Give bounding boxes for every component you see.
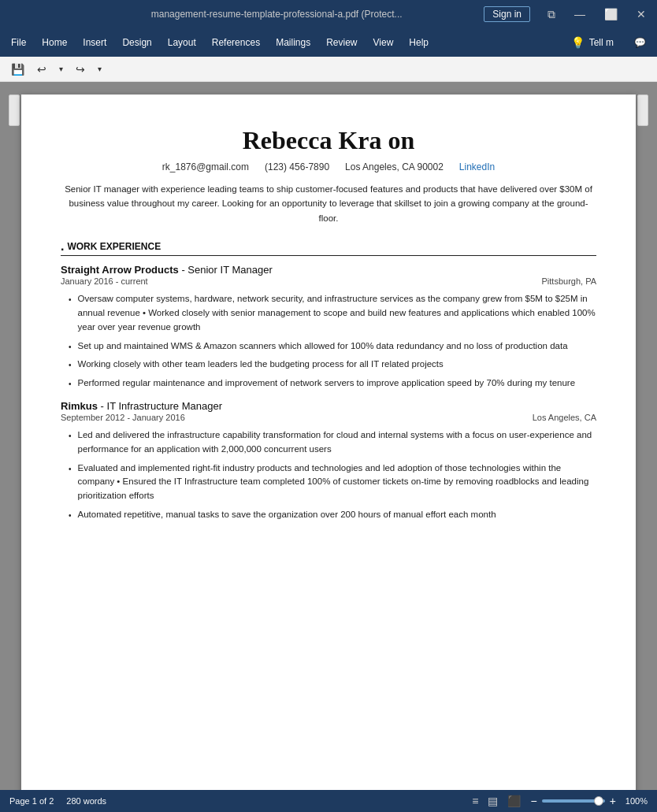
menu-references[interactable]: References [204, 34, 268, 51]
job-1-company: Straight Arrow Products [61, 264, 179, 276]
linkedin-link[interactable]: LinkedIn [459, 161, 495, 172]
bullet-dot: • [69, 378, 72, 391]
job-1-role: Senior IT Manager [187, 264, 272, 276]
zoom-control[interactable]: − + [530, 795, 615, 807]
read-mode-icon[interactable]: ≡ [472, 795, 478, 807]
job-2-location: Los Angeles, CA [533, 413, 596, 422]
menu-review[interactable]: Review [318, 34, 365, 51]
bullet-item: • Oversaw computer systems, hardware, ne… [69, 292, 596, 334]
job-1-dates: January 2016 - current [61, 276, 148, 286]
contact-email: rk_1876@gmail.com [162, 161, 249, 172]
menu-design[interactable]: Design [114, 34, 159, 51]
bullet-dot: • [69, 430, 72, 457]
title-bar: management-resume-template-professional-… [0, 0, 657, 28]
section-work-experience: . WORK EXPERIENCE [61, 239, 596, 256]
job-2-bullets: • Led and delivered the infrastructure c… [69, 428, 596, 522]
window-title: management-resume-template-professional-… [69, 9, 484, 20]
status-bar: Page 1 of 2 280 words ≡ ▤ ⬛ − + 100% [0, 790, 657, 812]
job-2-dates: September 2012 - January 2016 [61, 413, 185, 422]
contact-location: Los Angeles, CA 90002 [345, 161, 444, 172]
word-count: 280 words [66, 796, 106, 806]
bullet-text: Oversaw computer systems, hardware, netw… [78, 292, 596, 334]
bullet-item: • Performed regular maintenance and impr… [69, 376, 596, 391]
customize-button[interactable]: ▾ [93, 62, 106, 76]
contact-phone: (123) 456-7890 [265, 161, 329, 172]
bullet-text: Evaluated and implemented right-fit indu… [78, 462, 596, 503]
bullet-text: Working closely with other team leaders … [78, 358, 596, 372]
bullet-dot: • [69, 294, 72, 334]
zoom-level: 100% [625, 796, 648, 806]
job-1-location: Pittsburgh, PA [542, 276, 597, 286]
zoom-plus-icon[interactable]: + [610, 795, 616, 807]
save-button[interactable]: 💾 [6, 61, 29, 78]
bullet-item: • Set up and maintained WMS & Amazon sca… [69, 339, 596, 354]
menu-insert[interactable]: Insert [75, 34, 114, 51]
maximize-button[interactable]: ⬜ [599, 6, 622, 22]
bullet-dot: • [69, 341, 72, 354]
job-1-header: Straight Arrow Products - Senior IT Mana… [61, 264, 596, 286]
restore-button[interactable]: ⧉ [543, 6, 560, 23]
toolbar: 💾 ↩ ▾ ↪ ▾ [0, 57, 657, 82]
bullet-dot: • [69, 510, 72, 522]
comments-button[interactable]: 💬 [626, 34, 654, 51]
job-2-separator: - [101, 400, 107, 412]
bullet-item: • Automated repetitive, manual tasks to … [69, 508, 596, 522]
undo-button[interactable]: ↩ [32, 61, 51, 78]
bullet-text: Led and delivered the infrastructure cap… [78, 428, 596, 457]
document-area: Rebecca Kra on rk_1876@gmail.com (123) 4… [0, 82, 657, 790]
window-controls: ⧉ — ⬜ ✕ [543, 6, 651, 23]
section-dot: . [61, 239, 64, 254]
menu-layout[interactable]: Layout [160, 34, 204, 51]
section-title-text: WORK EXPERIENCE [67, 241, 161, 252]
bullet-text: Performed regular maintenance and improv… [78, 376, 596, 391]
web-layout-icon[interactable]: ⬛ [507, 795, 521, 807]
job-2-title-line: Rimkus - IT Infrastructure Manager [61, 400, 596, 412]
resume-name: Rebecca Kra on [61, 126, 596, 155]
page-indicator: Page 1 of 2 [9, 796, 54, 806]
job-2-role: IT Infrastructure Manager [107, 400, 222, 412]
zoom-minus-icon[interactable]: − [530, 795, 536, 807]
job-2-header: Rimkus - IT Infrastructure Manager Septe… [61, 400, 596, 422]
job-1-bullets: • Oversaw computer systems, hardware, ne… [69, 292, 596, 391]
zoom-thumb[interactable] [594, 796, 603, 806]
menu-help[interactable]: Help [401, 34, 436, 51]
job-2-company: Rimkus [61, 400, 98, 412]
status-right: ≡ ▤ ⬛ − + 100% [472, 795, 648, 807]
job-1-dates-row: January 2016 - current Pittsburgh, PA [61, 276, 596, 286]
zoom-slider[interactable] [542, 799, 605, 803]
menu-view[interactable]: View [366, 34, 402, 51]
document-page: Rebecca Kra on rk_1876@gmail.com (123) 4… [21, 95, 636, 790]
tell-me-box[interactable]: 💡 Tell m [571, 36, 614, 49]
lightbulb-icon: 💡 [571, 36, 585, 49]
bullet-item: • Working closely with other team leader… [69, 358, 596, 372]
menu-bar: File Home Insert Design Layout Reference… [0, 28, 657, 57]
bullet-dot: • [69, 359, 72, 372]
close-button[interactable]: ✕ [632, 6, 651, 22]
resume-contact: rk_1876@gmail.com (123) 456-7890 Los Ang… [61, 161, 596, 172]
redo-button[interactable]: ↪ [71, 61, 90, 78]
menu-home[interactable]: Home [34, 34, 75, 51]
sign-in-button[interactable]: Sign in [484, 6, 530, 22]
menu-mailings[interactable]: Mailings [268, 34, 318, 51]
bullet-dot: • [69, 463, 72, 503]
bullet-item: • Evaluated and implemented right-fit in… [69, 462, 596, 503]
bullet-text: Automated repetitive, manual tasks to sa… [78, 508, 596, 522]
job-1-title-line: Straight Arrow Products - Senior IT Mana… [61, 264, 596, 276]
bullet-item: • Led and delivered the infrastructure c… [69, 428, 596, 457]
resume-summary: Senior IT manager with experience leadin… [61, 182, 596, 225]
print-layout-icon[interactable]: ▤ [488, 795, 498, 807]
minimize-button[interactable]: — [570, 6, 590, 22]
menu-file[interactable]: File [3, 34, 34, 51]
bullet-text: Set up and maintained WMS & Amazon scann… [78, 339, 596, 354]
tell-me-label: Tell m [589, 37, 614, 48]
job-2-dates-row: September 2012 - January 2016 Los Angele… [61, 413, 596, 422]
undo-dropdown[interactable]: ▾ [54, 62, 68, 76]
